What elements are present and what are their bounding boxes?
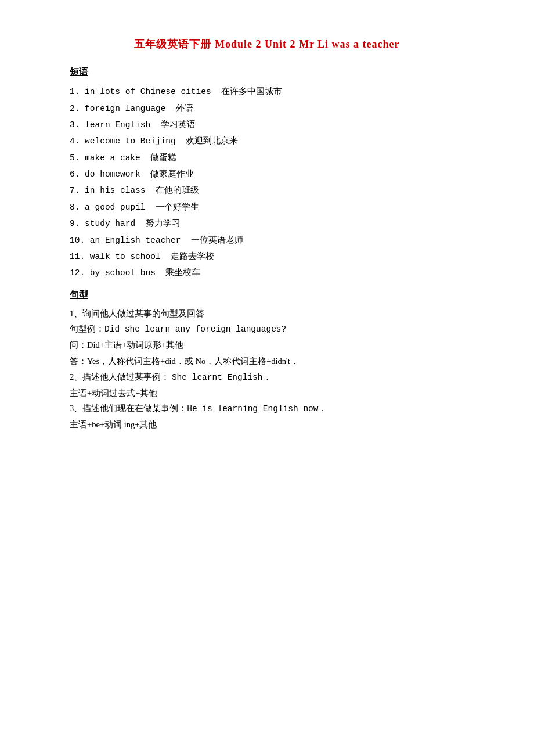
- list-item: 3. learn English 学习英语: [70, 117, 464, 132]
- phrase-list: 1. in lots of Chinese cities 在许多中国城市2. f…: [70, 84, 464, 281]
- list-item: 8. a good pupil 一个好学生: [70, 200, 464, 215]
- list-item: 4. welcome to Beijing 欢迎到北京来: [70, 134, 464, 149]
- list-item: 5. make a cake 做蛋糕: [70, 150, 464, 165]
- list-item: 7. in his class 在他的班级: [70, 183, 464, 198]
- section1-title: 短语: [70, 64, 464, 81]
- section-phrases: 短语 1. in lots of Chinese cities 在许多中国城市2…: [70, 64, 464, 280]
- section-sentences: 句型 1、询问他人做过某事的句型及回答 句型例：Did she learn an…: [70, 287, 464, 433]
- list-item: 11. walk to school 走路去学校: [70, 249, 464, 264]
- list-item: 10. an English teacher 一位英语老师: [70, 233, 464, 248]
- list-item: 9. study hard 努力学习: [70, 216, 464, 231]
- sentence-items: 1、询问他人做过某事的句型及回答 句型例：Did she learn any f…: [70, 307, 464, 432]
- sentence-item-3: 3、描述他们现在在做某事例：He is learning English now…: [70, 401, 464, 433]
- list-item: 12. by school bus 乘坐校车: [70, 265, 464, 280]
- section2-title: 句型: [70, 287, 464, 304]
- sentence-item-2: 2、描述他人做过某事例： She learnt English． 主语+动词过去…: [70, 370, 464, 401]
- page-title: 五年级英语下册 Module 2 Unit 2 Mr Li was a teac…: [70, 35, 464, 53]
- list-item: 6. do homework 做家庭作业: [70, 167, 464, 182]
- list-item: 1. in lots of Chinese cities 在许多中国城市: [70, 84, 464, 99]
- list-item: 2. foreign language 外语: [70, 101, 464, 116]
- sentence-item-1: 1、询问他人做过某事的句型及回答 句型例：Did she learn any f…: [70, 307, 464, 369]
